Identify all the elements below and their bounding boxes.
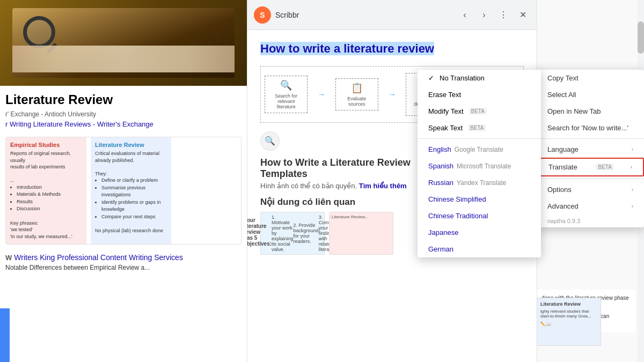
thumb-right-title: Literature Review: [540, 301, 597, 307]
thumb-right-icon: ✏️📖: [540, 322, 597, 327]
language-chevron: ›: [632, 146, 633, 152]
english-provider: Google Translate: [455, 146, 503, 153]
translate-label: Translate: [548, 163, 577, 171]
lang-separator: [418, 138, 541, 139]
russian-lang: Russian: [428, 179, 453, 187]
step-arrow-1: →: [318, 90, 325, 99]
lens-button[interactable]: 🔍: [260, 131, 280, 151]
speak-text-label: Speak Text: [428, 124, 463, 132]
source-link[interactable]: r Writing Literature Reviews - Writer's …: [0, 119, 247, 132]
english-lang-item[interactable]: English Google Translate: [418, 141, 541, 158]
translate-chevron: ›: [631, 164, 632, 170]
menu-separator-2: [537, 179, 644, 179]
no-translation-label: No Translation: [440, 74, 485, 82]
spanish-lang: Spanish: [428, 162, 453, 170]
search-for-label: Search for 'Now to write...': [547, 124, 628, 132]
german-lang: German: [428, 245, 453, 253]
russian-lang-item[interactable]: Russian Yandex Translate: [418, 174, 541, 191]
options-item[interactable]: Options ›: [537, 181, 644, 198]
tab-title: Scribbr: [275, 11, 453, 19]
options-chevron: ›: [632, 187, 633, 193]
speak-text-beta: BETA: [468, 124, 486, 131]
copy-text-label: Copy Text: [547, 74, 579, 82]
no-translation-item[interactable]: No Translation: [418, 70, 541, 86]
language-label: Language: [547, 145, 579, 153]
main-context-menu: Copy Text Select All Open in New Tab Sea…: [537, 70, 644, 227]
blue-sidebar-bar: [0, 308, 10, 362]
source-university: r' Exchange - Antioch University: [0, 109, 247, 119]
lit-review-card: Literature Review Critical evaluations o…: [91, 137, 171, 244]
nav-forward-button[interactable]: ›: [477, 8, 492, 23]
open-new-tab-item[interactable]: Open in New Tab: [537, 103, 644, 120]
step-2: 📋 Evaluatesources: [335, 78, 378, 110]
step-1: 🔍 Search forrelevant literature: [265, 76, 308, 113]
page-heading: How to write a literature review: [260, 42, 434, 55]
step-arrow-2: →: [388, 90, 396, 99]
erase-text-item[interactable]: Erase Text: [418, 86, 541, 103]
erase-text-label: Erase Text: [428, 91, 461, 99]
open-new-tab-label: Open in New Tab: [547, 107, 601, 115]
step-2-icon: 📋: [340, 82, 374, 94]
japanese-lang: Japanese: [428, 228, 458, 237]
advanced-item[interactable]: Advanced ›: [537, 198, 644, 215]
select-all-item[interactable]: Select All: [537, 86, 644, 103]
empirical-text: Reports of original research, usuallyres…: [10, 150, 82, 240]
translate-submenu: No Translation Erase Text Modify Text BE…: [418, 70, 541, 257]
nav-more-button[interactable]: ⋮: [496, 8, 511, 23]
wiki-link[interactable]: Writers King Professional Content Writin…: [14, 253, 183, 262]
lit-review-card-title: Literature Review: [95, 142, 167, 148]
chinese-traditional-item[interactable]: Chinese Traditional: [418, 208, 541, 224]
language-item[interactable]: Language ›: [537, 141, 644, 158]
modify-text-item[interactable]: Modify Text BETA: [418, 103, 541, 120]
wiki-desc: Notable Differences between Empirical Re…: [0, 264, 247, 271]
modify-text-beta: BETA: [469, 108, 487, 115]
wiki-icon: W: [5, 254, 12, 262]
browser-toolbar: S Scribbr ‹ › ⋮ ✕: [247, 0, 537, 30]
search-for-item[interactable]: Search for 'Now to write...': [537, 120, 644, 136]
thumb-2: Literature Review...: [329, 212, 393, 255]
russian-provider: Yandex Translate: [457, 179, 507, 187]
scrollbar-thumb[interactable]: [638, 21, 644, 54]
lit-review-thumb-right: Literature Review ighly relevant studies…: [537, 298, 601, 346]
nav-close-button[interactable]: ✕: [515, 8, 530, 23]
japanese-lang-item[interactable]: Japanese: [418, 224, 541, 241]
lit-review-card-text: Critical evaluations of materialalready …: [95, 150, 167, 234]
left-search-panel: Literature Review r' Exchange - Antioch …: [0, 0, 247, 362]
scribbr-logo: S: [254, 6, 271, 24]
nav-back-button[interactable]: ‹: [457, 8, 472, 23]
modify-text-label: Modify Text: [428, 107, 464, 115]
lit-review-heading: Literature Review: [0, 86, 247, 109]
translate-beta: BETA: [596, 164, 613, 171]
naptha-version: naptha 0.9.3: [537, 215, 644, 227]
result-card: Empirical Studies Reports of original re…: [5, 137, 241, 245]
translate-item[interactable]: Translate BETA ›: [537, 158, 644, 176]
empirical-card: Empirical Studies Reports of original re…: [6, 137, 86, 244]
copyright-link[interactable]: Tìm hiểu thêm: [359, 182, 407, 190]
thumb-right-text: ighly relevant studies thatstart-to-fini…: [540, 309, 597, 319]
step-2-label: Evaluatesources: [340, 96, 374, 107]
chinese-simplified-item[interactable]: Chinese Simplified: [418, 191, 541, 208]
spanish-lang-item[interactable]: Spanish Microsoft Translate: [418, 158, 541, 174]
advanced-chevron: ›: [632, 203, 633, 209]
german-lang-item[interactable]: German: [418, 241, 541, 257]
step-1-icon: 🔍: [269, 79, 303, 91]
thumb-1: Your literature reviewhas 5 objectives: …: [260, 212, 325, 255]
wiki-source-section: W Writers King Professional Content Writ…: [0, 249, 247, 264]
english-lang: English: [428, 145, 451, 153]
step-1-label: Search forrelevant literature: [269, 93, 303, 109]
copy-text-item[interactable]: Copy Text: [537, 70, 644, 86]
menu-separator-1: [537, 138, 644, 139]
spanish-provider: Microsoft Translate: [457, 162, 511, 170]
chinese-simplified-lang: Chinese Simplified: [428, 195, 486, 203]
book-image: [0, 0, 247, 86]
advanced-label: Advanced: [547, 202, 579, 210]
select-all-label: Select All: [547, 91, 576, 99]
chinese-traditional-lang: Chinese Traditional: [428, 212, 488, 220]
empirical-title: Empirical Studies: [10, 142, 82, 148]
options-label: Options: [547, 186, 572, 194]
speak-text-item[interactable]: Speak Text BETA: [418, 120, 541, 136]
